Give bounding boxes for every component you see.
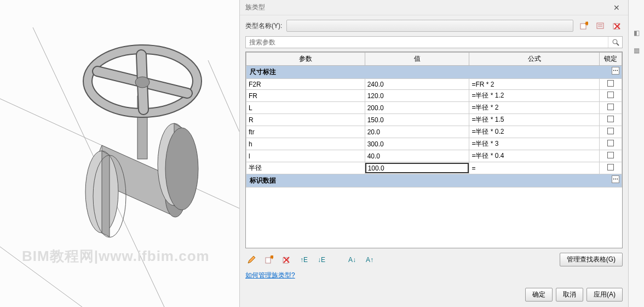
param-cell[interactable]: L [246,102,365,114]
value-cell[interactable]: 150.0 [365,114,469,126]
sort-desc-icon[interactable]: A↑ [364,254,376,266]
lock-cell[interactable] [599,114,622,126]
close-icon[interactable]: ✕ [608,3,625,12]
value-cell[interactable]: 300.0 [365,138,469,150]
move-up-icon[interactable]: ↑E [298,254,310,266]
help-link-row: 如何管理族类型? [240,271,628,285]
lock-checkbox[interactable] [607,80,614,87]
lock-checkbox[interactable] [607,140,614,146]
bottom-toolbar: ✸ ↑E ↓E A↓ A↑ 管理查找表格(G) [240,248,628,271]
formula-cell[interactable]: =半径 * 0.2 [469,126,599,138]
formula-cell[interactable]: =半径 * 0.4 [469,150,599,162]
right-tool-strip: ◧ ▦ [628,0,644,307]
table-header: 参数 值 公式 锁定 [246,53,622,66]
value-cell[interactable]: 240.0 [365,79,469,90]
formula-cell[interactable]: =半径 * 1.2 [469,90,599,102]
lock-cell[interactable] [599,150,622,162]
param-cell[interactable]: ftr [246,126,365,138]
lock-cell[interactable] [599,90,622,102]
section-toggle-icon[interactable]: ⋯ [612,175,619,183]
lock-cell[interactable] [599,162,622,174]
value-cell[interactable]: 40.0 [365,150,469,162]
type-name-label: 类型名称(Y): [245,21,282,31]
section-identity: 标识数据⋯ [246,174,622,187]
section-dim: 尺寸标注⋯ [246,66,622,79]
table-row[interactable]: F2R240.0=FR * 2 [246,79,622,90]
param-cell[interactable]: h [246,138,365,150]
header-param: 参数 [246,53,365,66]
strip-icon-1[interactable]: ◧ [631,27,642,38]
value-input[interactable] [365,163,469,173]
svg-point-4 [165,128,198,210]
svg-line-18 [617,43,619,46]
lock-cell[interactable] [599,79,622,90]
sort-asc-icon[interactable]: A↓ [346,254,358,266]
pencil-icon[interactable] [245,254,257,266]
svg-rect-11 [597,23,603,29]
search-row [245,36,623,48]
delete-type-icon[interactable] [611,20,623,32]
cancel-button[interactable]: 取消 [556,288,583,302]
lock-checkbox[interactable] [607,104,614,110]
header-formula: 公式 [469,53,599,66]
table-row[interactable]: ftr20.0=半径 * 0.2 [246,126,622,138]
formula-cell[interactable]: =半径 * 1.5 [469,114,599,126]
move-down-icon[interactable]: ↓E [315,254,327,266]
lock-cell[interactable] [599,138,622,150]
strip-icon-2[interactable]: ▦ [631,45,642,56]
svg-point-17 [613,39,617,44]
titlebar: 族类型 ✕ [240,0,628,15]
search-icon[interactable] [608,37,622,48]
formula-cell[interactable]: =FR * 2 [469,79,599,90]
value-cell[interactable]: 200.0 [365,102,469,114]
rename-type-icon[interactable] [594,20,606,32]
table-row[interactable]: FR120.0=半径 * 1.2 [246,90,622,102]
table-row[interactable]: l40.0=半径 * 0.4 [246,150,622,162]
family-types-dialog: 族类型 ✕ 类型名称(Y): ✸ 参数 值 公式 锁定 尺寸标注⋯F2R240.… [239,0,628,307]
value-cell[interactable]: 20.0 [365,126,469,138]
manage-lookup-button[interactable]: 管理查找表格(G) [560,253,623,266]
svg-rect-14 [613,24,619,29]
lock-checkbox[interactable] [607,128,614,134]
svg-text:✸: ✸ [269,255,273,261]
table-row[interactable]: 半径= [246,162,622,174]
viewport-3d[interactable]: BIM教程网|www.ifbim.com [0,0,239,307]
svg-text:✸: ✸ [584,21,588,27]
param-cell[interactable]: l [246,150,365,162]
help-link[interactable]: 如何管理族类型? [245,271,295,279]
table-row[interactable]: L200.0=半径 * 2 [246,102,622,114]
svg-point-8 [135,77,150,88]
param-cell[interactable]: F2R [246,79,365,90]
formula-cell[interactable]: =半径 * 2 [469,102,599,114]
param-cell[interactable]: R [246,114,365,126]
formula-cell[interactable]: = [469,162,599,174]
dialog-title: 族类型 [245,3,265,12]
table-row[interactable]: h300.0=半径 * 3 [246,138,622,150]
footer-buttons: 确定 取消 应用(A) [240,285,628,307]
type-name-row: 类型名称(Y): ✸ [240,15,628,36]
header-lock: 锁定 [599,53,622,66]
formula-cell[interactable]: =半径 * 3 [469,138,599,150]
apply-button[interactable]: 应用(A) [586,288,623,302]
lock-checkbox[interactable] [607,164,614,170]
value-cell[interactable] [365,162,469,174]
new-type-icon[interactable]: ✸ [578,20,590,32]
valve-model [0,0,239,307]
param-cell[interactable]: FR [246,90,365,102]
lock-checkbox[interactable] [607,116,614,122]
search-input[interactable] [246,37,608,48]
value-cell[interactable]: 120.0 [365,90,469,102]
lock-checkbox[interactable] [607,152,614,158]
section-toggle-icon[interactable]: ⋯ [612,67,619,75]
params-table: 参数 值 公式 锁定 尺寸标注⋯F2R240.0=FR * 2FR120.0=半… [245,52,623,248]
table-row[interactable]: R150.0=半径 * 1.5 [246,114,622,126]
ok-button[interactable]: 确定 [525,288,553,302]
param-cell[interactable]: 半径 [246,162,365,174]
lock-cell[interactable] [599,126,622,138]
lock-cell[interactable] [599,102,622,114]
new-param-icon[interactable]: ✸ [263,254,275,266]
type-name-select[interactable] [286,20,573,32]
lock-checkbox[interactable] [607,92,614,98]
delete-param-icon[interactable] [280,254,292,266]
header-value: 值 [365,53,469,66]
